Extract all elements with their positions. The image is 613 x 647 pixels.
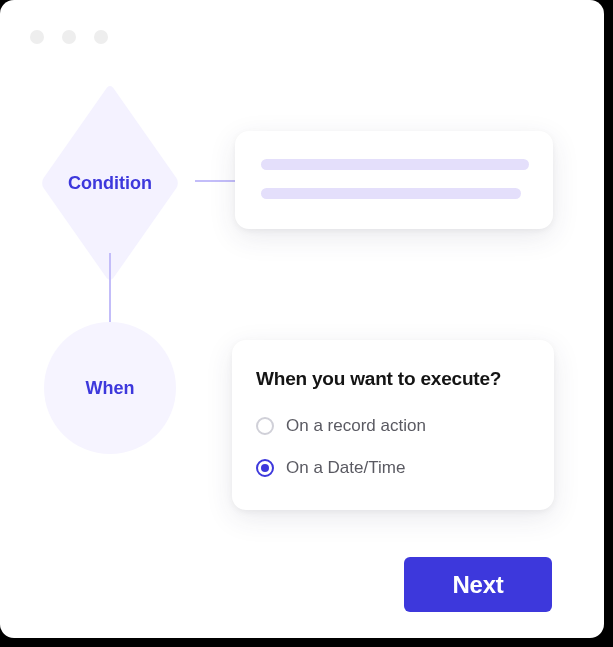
window-dot-icon [94,30,108,44]
condition-detail-card [235,131,553,229]
when-card-title: When you want to execute? [256,368,530,390]
radio-label: On a record action [286,416,426,436]
window-controls [30,30,108,44]
condition-label: Condition [68,173,152,194]
window-dot-icon [62,30,76,44]
radio-icon [256,417,274,435]
when-label: When [86,378,135,399]
condition-node[interactable]: Condition [20,113,200,253]
when-config-card: When you want to execute? On a record ac… [232,340,554,510]
placeholder-line-icon [261,188,521,199]
connector-line [109,253,111,333]
execute-option-date-time[interactable]: On a Date/Time [256,458,530,478]
connector-line [195,180,240,182]
next-button-label: Next [452,571,503,599]
when-node[interactable]: When [44,322,176,454]
placeholder-line-icon [261,159,529,170]
radio-icon [256,459,274,477]
window: Condition When When you want to execute?… [0,0,604,638]
radio-label: On a Date/Time [286,458,405,478]
next-button[interactable]: Next [404,557,552,612]
execute-option-record-action[interactable]: On a record action [256,416,530,436]
window-dot-icon [30,30,44,44]
